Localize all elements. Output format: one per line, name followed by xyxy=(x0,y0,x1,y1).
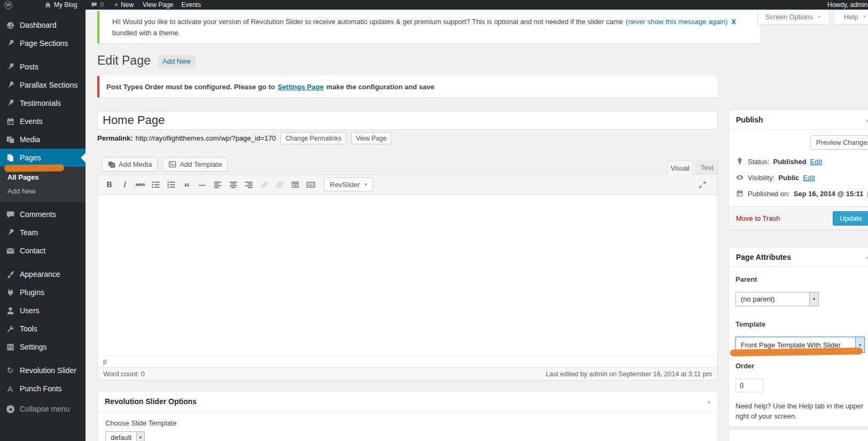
italic-button[interactable]: I xyxy=(117,177,133,191)
admin-bar-view-page[interactable]: View Page xyxy=(143,1,173,9)
pushpin-icon xyxy=(6,99,15,108)
page-attributes-box: Page Attributes ▴ Parent (no parent) ▼ T… xyxy=(728,247,868,427)
sidebar-item-testimonials[interactable]: Testimonials xyxy=(0,94,86,112)
revslider-box-header[interactable]: Revolution Slider Options ▴ xyxy=(98,391,717,412)
wordpress-logo-icon[interactable]: W xyxy=(4,1,12,9)
slide-template-select[interactable]: default ▼ xyxy=(105,431,145,441)
help-tab[interactable]: Help ▼ xyxy=(834,10,868,25)
sidebar-item-contact[interactable]: Contact xyxy=(0,242,86,260)
last-edited-text: Last edited by admin on September 16, 20… xyxy=(546,370,712,378)
orange-marker-annotation-pages xyxy=(4,164,64,172)
eye-icon xyxy=(735,173,744,182)
page-title-input[interactable] xyxy=(97,111,718,130)
page-attributes-header[interactable]: Page Attributes ▴ xyxy=(729,247,868,267)
screen-options-tab[interactable]: Screen Options ▼ xyxy=(757,10,830,25)
collapse-panel-icon[interactable]: ▴ xyxy=(866,254,868,260)
comments-count: 0 xyxy=(100,1,104,9)
admin-bar-site-name[interactable]: My Blog xyxy=(44,1,77,9)
admin-bar-events[interactable]: Events xyxy=(181,1,201,9)
sidebar-item-events[interactable]: Events xyxy=(0,112,86,130)
collapse-menu-button[interactable]: ◀ Collapse menu xyxy=(0,400,86,418)
order-input[interactable] xyxy=(735,378,763,392)
parent-select[interactable]: (no parent) ▼ xyxy=(735,292,819,306)
collapse-panel-icon[interactable]: ▴ xyxy=(866,117,868,123)
update-button[interactable]: Update xyxy=(833,211,868,226)
never-show-again-link[interactable]: (never show this message again) xyxy=(626,18,728,26)
sidebar-item-tools[interactable]: Tools xyxy=(0,320,86,338)
sidebar-item-page-sections[interactable]: Page Sections xyxy=(0,34,86,52)
publish-box-header[interactable]: Publish ▴ xyxy=(729,110,868,130)
envelope-icon xyxy=(6,246,15,256)
bold-button[interactable]: B xyxy=(102,177,117,191)
template-label: Template xyxy=(735,320,868,328)
align-left-button[interactable] xyxy=(210,177,226,191)
collapse-panel-icon[interactable]: ▴ xyxy=(708,398,710,404)
chevron-down-icon: ▾ xyxy=(365,182,367,187)
editor-toolbar: B I ABC “ — RevSlider ▾ xyxy=(98,175,717,195)
visibility-label: Visibility: xyxy=(748,174,774,182)
horizontal-rule-button[interactable]: — xyxy=(195,177,210,191)
plugin-icon xyxy=(6,288,15,297)
comment-bubble-icon xyxy=(6,210,15,219)
select-arrow-icon: ▼ xyxy=(809,292,818,306)
editor-element-path: p xyxy=(98,355,717,367)
align-center-button[interactable] xyxy=(226,177,241,191)
sidebar-item-parallax-sections[interactable]: Parallax Sections xyxy=(0,76,86,94)
preview-changes-button[interactable]: Preview Changes xyxy=(810,135,868,150)
sidebar-item-appearance[interactable]: Appearance xyxy=(0,265,86,283)
blockquote-button[interactable]: “ xyxy=(179,177,195,191)
notice-line-2: bundled with a theme. xyxy=(112,27,754,38)
submenu-all-pages[interactable]: All Pages xyxy=(0,171,86,184)
remove-link-button[interactable] xyxy=(272,177,288,191)
toolbar-toggle-button[interactable] xyxy=(303,177,319,191)
letter-a-icon: A xyxy=(5,384,15,393)
move-to-trash-link[interactable]: Move to Trash xyxy=(736,214,780,222)
sidebar-item-punch-fonts[interactable]: A Punch Fonts xyxy=(0,380,86,398)
text-tab[interactable]: Text xyxy=(695,160,719,174)
add-new-button[interactable]: Add New xyxy=(158,55,196,67)
edit-status-link[interactable]: Edit xyxy=(810,158,822,166)
dismiss-x-button[interactable]: X xyxy=(731,18,736,26)
fullscreen-button[interactable] xyxy=(695,177,710,191)
published-on-label: Published on: xyxy=(748,190,790,198)
submenu-add-new[interactable]: Add New xyxy=(0,184,86,198)
align-left-icon xyxy=(213,180,222,189)
dashboard-gauge-icon xyxy=(6,21,15,30)
sidebar-item-comments[interactable]: Comments xyxy=(0,205,86,223)
numbered-list-button[interactable] xyxy=(164,177,179,191)
sidebar-item-settings[interactable]: Settings xyxy=(0,338,86,356)
sidebar-item-posts[interactable]: Posts xyxy=(0,58,86,76)
admin-bar-comments[interactable]: 0 xyxy=(91,1,104,9)
add-media-button[interactable]: Add Media xyxy=(102,157,158,172)
choose-slide-template-label: Choose Slide Template xyxy=(105,419,710,427)
visibility-value: Public xyxy=(778,174,799,182)
view-page-button[interactable]: View Page xyxy=(351,132,391,144)
revslider-dropdown[interactable]: RevSlider ▾ xyxy=(324,177,373,191)
align-center-icon xyxy=(229,180,238,189)
sidebar-item-revolution-slider[interactable]: ↻ Revolution Slider xyxy=(0,361,86,380)
settings-page-link[interactable]: Settings Page xyxy=(277,83,323,91)
editor-content-area[interactable] xyxy=(98,195,717,355)
pushpin-icon xyxy=(6,81,15,90)
sidebar-item-media[interactable]: Media xyxy=(0,130,86,149)
bullet-list-button[interactable] xyxy=(148,177,164,191)
sidebar-item-dashboard[interactable]: Dashboard xyxy=(0,16,86,34)
align-right-button[interactable] xyxy=(241,177,257,191)
edit-visibility-link[interactable]: Edit xyxy=(803,174,815,182)
page-title: Edit Page xyxy=(97,52,151,68)
sidebar-item-team[interactable]: Team xyxy=(0,223,86,242)
chevron-down-icon: ▼ xyxy=(817,14,821,19)
collapse-arrow-icon: ◀ xyxy=(6,405,14,413)
more-tag-button[interactable] xyxy=(288,177,303,191)
change-permalinks-button[interactable]: Change Permalinks xyxy=(281,132,346,144)
visual-tab[interactable]: Visual xyxy=(667,160,693,175)
insert-link-button[interactable] xyxy=(257,177,272,191)
pushpin-icon xyxy=(6,39,15,48)
add-template-button[interactable]: Add Template xyxy=(162,157,228,172)
admin-bar-new[interactable]: + New xyxy=(114,1,134,9)
unlink-icon xyxy=(275,180,284,189)
strikethrough-button[interactable]: ABC xyxy=(133,177,148,191)
sidebar-item-plugins[interactable]: Plugins xyxy=(0,283,86,301)
sidebar-item-users[interactable]: Users xyxy=(0,301,86,320)
admin-bar-howdy[interactable]: Howdy, admin xyxy=(827,1,867,9)
